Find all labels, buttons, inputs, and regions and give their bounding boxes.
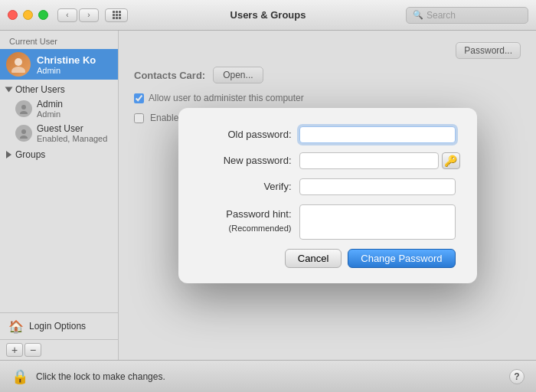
password-hint-label: Password hint:(Recommended) bbox=[200, 204, 299, 235]
old-password-label: Old password: bbox=[200, 129, 299, 140]
traffic-lights bbox=[8, 10, 48, 20]
modal-buttons: Cancel Change Password bbox=[200, 249, 456, 268]
cancel-button[interactable]: Cancel bbox=[285, 249, 342, 268]
other-user-info: Guest User Enabled, Managed bbox=[37, 123, 107, 143]
new-password-row: New password: 🔑 bbox=[200, 152, 456, 169]
other-user-name: Guest User bbox=[37, 123, 107, 134]
window-title: Users & Groups bbox=[230, 9, 306, 21]
other-user-role: Enabled, Managed bbox=[37, 134, 107, 143]
svg-point-1 bbox=[11, 67, 25, 73]
groups-section[interactable]: Groups bbox=[0, 145, 118, 164]
current-user-info: Christine Ko Admin bbox=[37, 54, 96, 75]
bottom-bar: 🔒 Click the lock to make changes. ? bbox=[0, 360, 536, 392]
svg-point-0 bbox=[15, 58, 22, 66]
forward-button[interactable]: › bbox=[79, 8, 99, 22]
list-item[interactable]: Admin Admin bbox=[0, 96, 118, 121]
svg-point-2 bbox=[21, 105, 26, 109]
lock-text: Click the lock to make changes. bbox=[36, 371, 165, 382]
avatar bbox=[15, 100, 32, 117]
new-password-label: New password: bbox=[200, 155, 299, 166]
login-options-label: Login Options bbox=[29, 321, 86, 332]
add-user-button[interactable]: + bbox=[6, 343, 23, 357]
other-user-role: Admin bbox=[37, 109, 63, 119]
groups-label: Groups bbox=[15, 149, 45, 160]
other-user-info: Admin Admin bbox=[37, 99, 63, 119]
other-user-name: Admin bbox=[37, 99, 63, 109]
password-hint-row: Password hint:(Recommended) bbox=[200, 204, 456, 240]
chevron-right-icon bbox=[6, 151, 11, 158]
search-icon: 🔍 bbox=[413, 10, 423, 20]
back-button[interactable]: ‹ bbox=[57, 8, 77, 22]
grid-button[interactable] bbox=[105, 8, 128, 22]
current-user-name: Christine Ko bbox=[37, 54, 96, 66]
triangle-icon bbox=[5, 87, 13, 93]
lock-icon[interactable]: 🔒 bbox=[11, 368, 28, 385]
new-password-field-group: 🔑 bbox=[299, 152, 460, 169]
right-panel: Password... Contacts Card: Open... Allow… bbox=[119, 31, 536, 360]
minimize-button[interactable] bbox=[23, 10, 33, 20]
other-users-header[interactable]: Other Users bbox=[0, 80, 118, 96]
verify-label: Verify: bbox=[200, 181, 299, 192]
svg-point-5 bbox=[20, 136, 28, 139]
old-password-input[interactable] bbox=[299, 126, 456, 143]
svg-point-3 bbox=[20, 111, 28, 114]
list-item[interactable]: Guest User Enabled, Managed bbox=[0, 121, 118, 145]
modal-overlay: Old password: New password: 🔑 Verify: bbox=[119, 31, 536, 360]
verify-input[interactable] bbox=[299, 178, 456, 195]
current-user-role: Admin bbox=[37, 66, 96, 75]
key-button[interactable]: 🔑 bbox=[442, 152, 460, 169]
search-placeholder: Search bbox=[427, 10, 456, 21]
avatar bbox=[6, 52, 31, 77]
verify-row: Verify: bbox=[200, 178, 456, 195]
other-users-label: Other Users bbox=[15, 84, 65, 95]
change-password-button[interactable]: Change Password bbox=[348, 249, 455, 268]
old-password-row: Old password: bbox=[200, 126, 456, 143]
remove-user-button[interactable]: − bbox=[25, 343, 41, 357]
svg-point-4 bbox=[21, 129, 26, 134]
titlebar: ‹ › Users & Groups 🔍 Search bbox=[0, 0, 536, 31]
sidebar-bottom-bar: + − bbox=[0, 339, 118, 360]
current-user-label: Current User bbox=[0, 31, 118, 49]
house-icon: 🏠 bbox=[8, 318, 25, 335]
login-options-item[interactable]: 🏠 Login Options bbox=[0, 312, 118, 339]
change-password-dialog: Old password: New password: 🔑 Verify: bbox=[178, 108, 477, 283]
main-content: Current User Christine Ko Admin Other Us… bbox=[0, 31, 536, 360]
maximize-button[interactable] bbox=[38, 10, 48, 20]
close-button[interactable] bbox=[8, 10, 18, 20]
search-box[interactable]: 🔍 Search bbox=[406, 7, 528, 24]
help-button[interactable]: ? bbox=[509, 369, 525, 384]
current-user-item[interactable]: Christine Ko Admin bbox=[0, 49, 118, 80]
password-hint-input[interactable] bbox=[299, 204, 456, 240]
sidebar: Current User Christine Ko Admin Other Us… bbox=[0, 31, 119, 360]
nav-buttons: ‹ › bbox=[57, 8, 99, 22]
new-password-input[interactable] bbox=[299, 152, 439, 169]
avatar bbox=[15, 125, 32, 142]
